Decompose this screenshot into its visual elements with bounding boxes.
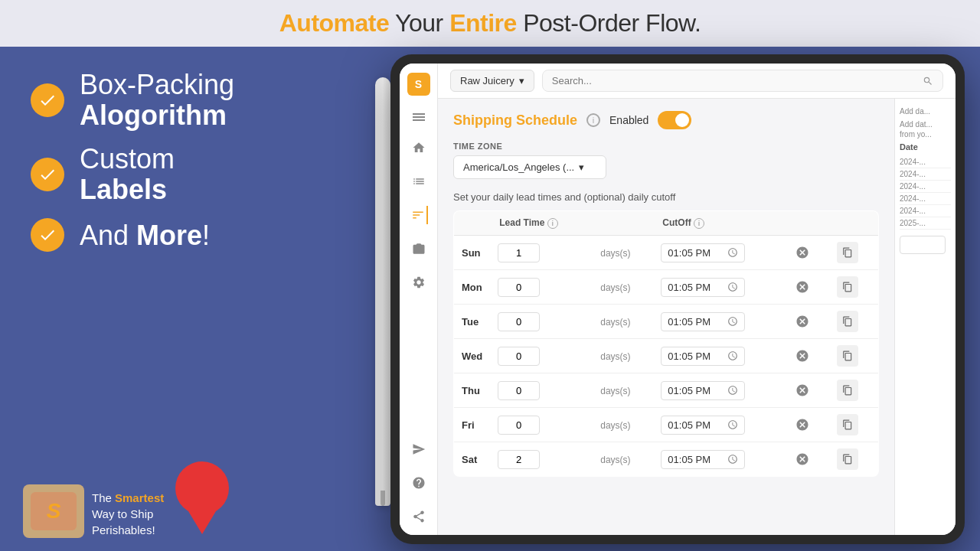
sidebar-icon-help[interactable] [410, 474, 428, 492]
clear-icon-mon[interactable] [794, 279, 811, 295]
time-input-thu[interactable]: 01:05 PM [661, 381, 745, 400]
time-input-tue[interactable]: 01:05 PM [661, 312, 745, 331]
date-item: 2024-... [900, 156, 951, 168]
feature-text-and-more: And More! [80, 220, 210, 251]
days-label-sat: days(s) [600, 455, 630, 465]
cutoff-info-icon[interactable]: i [694, 218, 704, 229]
lead-input-tue[interactable] [498, 312, 540, 331]
lead-time-cell-sat [490, 442, 593, 477]
store-selector[interactable]: Raw Juicery ▾ [450, 70, 534, 92]
days-label-cell-fri: days(s) [593, 408, 653, 442]
time-input-sat[interactable]: 01:05 PM [661, 450, 745, 469]
sidebar-icon-share[interactable] [410, 507, 428, 526]
search-bar[interactable] [542, 70, 943, 92]
lead-input-sat[interactable] [498, 450, 540, 469]
time-input-wed[interactable]: 01:05 PM [661, 347, 745, 366]
copy-icon-sun[interactable] [837, 242, 858, 263]
clear-icon-thu[interactable] [794, 382, 811, 399]
logo-letter: S [47, 499, 61, 523]
lead-time-info-icon[interactable]: i [547, 218, 558, 229]
tablet: S [390, 54, 965, 544]
feature-box-packing: Box-PackingAlogorithm [31, 70, 345, 130]
sidebar-icon-list[interactable] [410, 172, 428, 191]
copy-icon-thu[interactable] [837, 380, 858, 401]
banner-middle: Your [395, 9, 449, 37]
cutoff-cell-fri: 01:05 PM [653, 408, 786, 442]
page-title-row: Shipping Schedule i Enabled [453, 111, 879, 129]
clock-icon-tue [727, 316, 738, 327]
svg-rect-2 [413, 119, 425, 121]
timezone-select[interactable]: America/Los_Angeles (... ▾ [453, 155, 606, 179]
copy-icon-mon[interactable] [837, 276, 858, 298]
time-value-sat: 01:05 PM [668, 454, 723, 465]
lead-time-cell-tue [490, 305, 593, 339]
clear-icon-tue[interactable] [794, 313, 811, 330]
col-cutoff: CutOff i [653, 211, 786, 236]
app-logo: S [407, 73, 430, 96]
clear-icon-sun[interactable] [794, 244, 811, 261]
days-label-wed: days(s) [600, 351, 630, 362]
table-row: Tue days(s) 01:05 PM [454, 305, 879, 339]
feature-custom-labels: CustomLabels [31, 144, 345, 204]
clear-icon-fri[interactable] [794, 416, 811, 433]
sidebar-icon-filter[interactable] [410, 206, 428, 224]
sidebar-expand-icon[interactable] [410, 111, 428, 123]
copy-cell-sat [829, 442, 879, 477]
copy-icon-fri[interactable] [837, 414, 858, 435]
cutoff-cell-tue: 01:05 PM [653, 305, 786, 339]
add-dates-label1: Add da... [900, 106, 951, 116]
dates-list: 2024-...2024-...2024-...2024-...2024-...… [900, 156, 951, 230]
days-label-cell-sat: days(s) [593, 442, 653, 477]
sidebar-icon-settings[interactable] [410, 273, 428, 292]
timezone-chevron: ▾ [579, 161, 584, 173]
days-label-cell-tue: days(s) [593, 305, 653, 339]
schedule-table: Lead Time i CutOff i [453, 210, 879, 477]
time-value-mon: 01:05 PM [668, 282, 723, 293]
day-cell-sun: Sun [454, 236, 491, 270]
app-header: Raw Juicery ▾ [438, 64, 956, 99]
clock-icon-mon [727, 282, 738, 292]
lead-input-fri[interactable] [498, 416, 540, 435]
col-actions [786, 211, 829, 236]
copy-icon-sat[interactable] [837, 448, 858, 470]
clear-icon-sat[interactable] [794, 451, 811, 468]
check-icon-and-more [31, 218, 64, 252]
main-content: Box-PackingAlogorithm CustomLabels And M… [0, 47, 980, 546]
time-value-sun: 01:05 PM [668, 247, 723, 259]
days-label-mon: days(s) [600, 282, 630, 293]
lead-input-sun[interactable] [498, 243, 540, 262]
clear-cell-sun [786, 236, 829, 270]
sidebar-icon-camera[interactable] [410, 240, 428, 258]
copy-icon-wed[interactable] [837, 345, 858, 367]
table-row: Sat days(s) 01:05 PM [454, 442, 879, 477]
app-sidebar: S [400, 64, 438, 535]
cutoff-cell-thu: 01:05 PM [653, 373, 786, 408]
lead-input-thu[interactable] [498, 381, 540, 400]
stylus [375, 77, 390, 506]
time-input-sun[interactable]: 01:05 PM [661, 243, 745, 262]
cutoff-cell-sat: 01:05 PM [653, 442, 786, 477]
table-row: Fri days(s) 01:05 PM [454, 408, 879, 442]
sidebar-icon-send[interactable] [410, 440, 428, 458]
search-input[interactable] [552, 75, 916, 86]
lead-time-cell-sun [490, 236, 593, 270]
svg-rect-0 [413, 113, 425, 115]
copy-icon-tue[interactable] [837, 311, 858, 332]
col-lead-time: Lead Time i [490, 211, 593, 236]
sidebar-icon-home[interactable] [410, 139, 428, 157]
lead-input-mon[interactable] [498, 278, 540, 297]
toggle-thumb [675, 113, 689, 127]
time-input-fri[interactable]: 01:05 PM [661, 416, 745, 435]
day-cell-mon: Mon [454, 270, 491, 305]
date-input[interactable] [900, 236, 946, 254]
lead-input-wed[interactable] [498, 347, 540, 366]
enabled-toggle[interactable] [658, 111, 691, 129]
clear-icon-wed[interactable] [794, 347, 811, 364]
lead-time-cell-mon [490, 270, 593, 305]
time-input-mon[interactable]: 01:05 PM [661, 278, 745, 297]
schedule-description: Set your daily lead times and (optional)… [453, 191, 879, 203]
days-label-fri: days(s) [600, 420, 630, 431]
page-title-info-icon[interactable]: i [586, 113, 600, 127]
search-icon [923, 76, 933, 86]
date-item: 2024-... [900, 193, 951, 205]
